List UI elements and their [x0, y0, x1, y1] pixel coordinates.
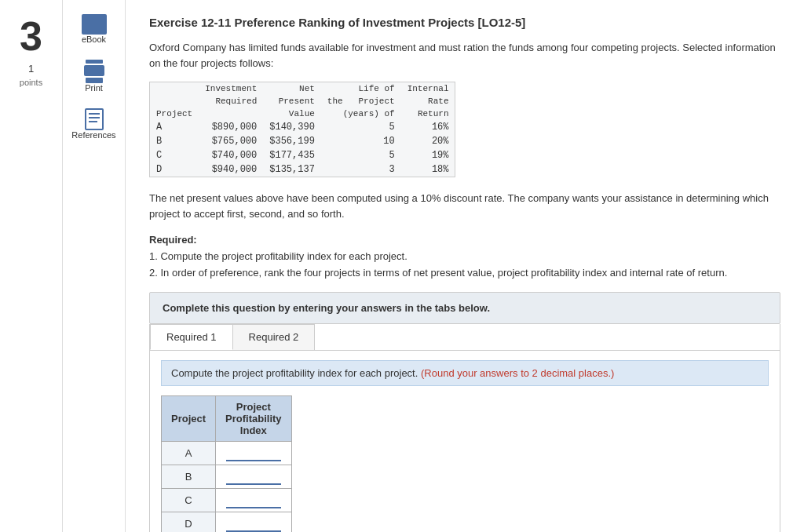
cell-project: B: [150, 134, 199, 148]
cell-irr: 20%: [401, 134, 455, 148]
data-table-wrapper: Investment Net Life of Internal Required…: [149, 82, 455, 177]
answer-table-wrapper: Project ProjectProfitabilityIndex A B C: [161, 395, 769, 532]
tabs-header: Required 1 Required 2: [150, 324, 780, 351]
cell-npv: $140,390: [263, 120, 321, 134]
th-irr-2: Rate: [401, 95, 455, 107]
cell-life: 5: [321, 148, 401, 162]
references-label: References: [71, 130, 115, 140]
cell-npv: $177,435: [263, 148, 321, 162]
refs-icon: [85, 108, 104, 130]
cell-investment: $940,000: [199, 162, 263, 177]
exercise-title: Exercise 12-11 Preference Ranking of Inv…: [149, 16, 780, 29]
complete-instruction-box: Complete this question by entering your …: [149, 292, 780, 324]
answer-th-project: Project: [162, 396, 216, 442]
sidebar-item-ebook[interactable]: eBook: [63, 8, 125, 50]
instruction-text: The net present values above have been c…: [149, 191, 780, 221]
question-number-panel: 3 1 points: [0, 0, 63, 532]
th-npv-3: Value: [263, 107, 321, 120]
answer-table-row: C: [162, 489, 292, 512]
ppi-input-c[interactable]: [226, 492, 281, 508]
cell-npv: $356,199: [263, 134, 321, 148]
required-item: 1. Compute the project profitability ind…: [149, 249, 780, 265]
tab-content-required1: Compute the project profitability index …: [150, 351, 780, 532]
th-project-3: Project: [150, 107, 199, 120]
points-value: 1: [28, 63, 34, 75]
book-icon: [82, 14, 107, 35]
sidebar-item-print[interactable]: Print: [63, 53, 125, 99]
tab-required1[interactable]: Required 1: [150, 324, 233, 350]
answer-th-ppi: ProjectProfitabilityIndex: [216, 396, 292, 442]
answer-table: Project ProjectProfitabilityIndex A B C: [161, 395, 292, 532]
th-investment-1: Investment: [199, 82, 263, 95]
cell-investment: $890,000: [199, 120, 263, 134]
question-number: 3: [20, 16, 42, 56]
th-project-1: [150, 82, 199, 95]
print-icon: [84, 60, 104, 83]
ebook-label: eBook: [82, 35, 106, 44]
data-table: Investment Net Life of Internal Required…: [150, 82, 455, 177]
points-label: points: [20, 78, 42, 87]
table-row: D $940,000 $135,137 3 18%: [150, 162, 455, 177]
compute-instruction-text: Compute the project profitability index …: [171, 367, 418, 379]
main-content: Exercise 12-11 Preference Ranking of Inv…: [126, 0, 804, 532]
th-npv-2: Present: [263, 95, 321, 107]
cell-life: 10: [321, 134, 401, 148]
th-life-1: Life of: [321, 82, 401, 95]
answer-cell-input[interactable]: [216, 442, 292, 465]
cell-life: 3: [321, 162, 401, 177]
cell-npv: $135,137: [263, 162, 321, 177]
answer-cell-input[interactable]: [216, 465, 292, 489]
ppi-input-a[interactable]: [226, 445, 281, 461]
cell-project: C: [150, 148, 199, 162]
complete-instruction-text: Complete this question by entering your …: [163, 302, 490, 314]
answer-cell-project: C: [162, 489, 216, 512]
table-row: A $890,000 $140,390 5 16%: [150, 120, 455, 134]
table-row: B $765,000 $356,199 10 20%: [150, 134, 455, 148]
th-investment-3: [199, 107, 263, 120]
answer-cell-input[interactable]: [216, 512, 292, 532]
intro-text: Oxford Company has limited funds availab…: [149, 40, 780, 71]
print-label: Print: [85, 83, 103, 93]
required-title: Required:: [149, 232, 780, 249]
th-project-2: [150, 95, 199, 107]
required-item: 2. In order of preference, rank the four…: [149, 265, 780, 282]
tab-required2[interactable]: Required 2: [232, 324, 316, 350]
th-irr-3: Return: [401, 107, 455, 120]
answer-cell-project: A: [162, 442, 216, 465]
th-irr-1: Internal: [401, 82, 455, 95]
cell-irr: 16%: [401, 120, 455, 134]
answer-cell-input[interactable]: [216, 489, 292, 512]
tabs-container: Required 1 Required 2 Compute the projec…: [149, 324, 780, 532]
cell-investment: $740,000: [199, 148, 263, 162]
answer-cell-project: B: [162, 465, 216, 489]
cell-project: D: [150, 162, 199, 177]
cell-irr: 19%: [401, 148, 455, 162]
sidebar: eBook Print References: [63, 0, 126, 532]
cell-irr: 18%: [401, 162, 455, 177]
compute-instruction-highlight: (Round your answers to 2 decimal places.…: [421, 367, 614, 379]
required-section: Required: 1. Compute the project profita…: [149, 232, 780, 281]
th-life-2: the Project: [321, 95, 401, 107]
answer-table-row: D: [162, 512, 292, 532]
cell-life: 5: [321, 120, 401, 134]
cell-investment: $765,000: [199, 134, 263, 148]
ppi-input-d[interactable]: [226, 516, 281, 532]
th-npv-1: Net: [263, 82, 321, 95]
cell-project: A: [150, 120, 199, 134]
compute-instruction: Compute the project profitability index …: [161, 360, 769, 386]
sidebar-item-references[interactable]: References: [63, 102, 125, 146]
answer-cell-project: D: [162, 512, 216, 532]
table-row: C $740,000 $177,435 5 19%: [150, 148, 455, 162]
answer-table-row: B: [162, 465, 292, 489]
th-investment-2: Required: [199, 95, 263, 107]
answer-table-row: A: [162, 442, 292, 465]
ppi-input-b[interactable]: [226, 468, 281, 485]
th-life-3: (years) of: [321, 107, 401, 120]
